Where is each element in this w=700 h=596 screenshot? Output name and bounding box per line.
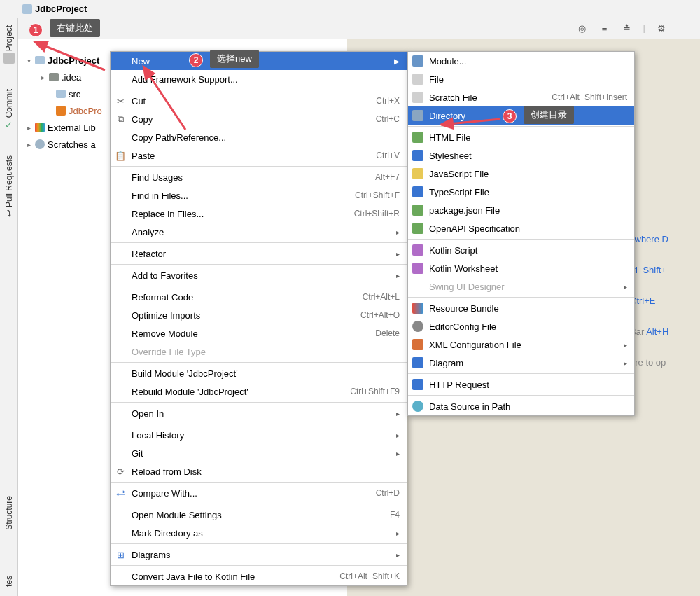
new-datasource-path[interactable]: Data Source in Path xyxy=(408,397,634,415)
new-ts-label: TypeScript File xyxy=(429,187,489,197)
menu-find-in-files[interactable]: Find in Files... Ctrl+Shift+F xyxy=(111,186,407,205)
menu-reformat[interactable]: Reformat Code Ctrl+Alt+L xyxy=(111,288,407,306)
menu-build-label: Build Module 'JdbcProject' xyxy=(132,368,238,379)
separator xyxy=(111,362,407,363)
menu-override-label: Override File Type xyxy=(132,347,206,357)
callout-2-text: 选择new xyxy=(217,53,252,65)
rail-pull-group[interactable]: Pull Requests ⤵ xyxy=(4,151,14,219)
rail-structure-group[interactable]: Structure xyxy=(4,492,14,530)
hint-ere: ere to op xyxy=(630,347,700,378)
new-http-request[interactable]: HTTP Request xyxy=(408,375,634,394)
menu-open-module-settings[interactable]: Open Module Settings F4 xyxy=(111,506,407,524)
project-toolbar: ◎ ≡ ≛ | ⚙ — xyxy=(0,18,700,39)
shortcut: Ctrl+Alt+O xyxy=(360,310,400,320)
chevron-right-icon: ▸ xyxy=(396,272,400,279)
context-menu-main: New ▶ Add Framework Support... ✂ Cut Ctr… xyxy=(110,51,407,586)
menu-compare-with[interactable]: ⮂ Compare With... Ctrl+D xyxy=(111,484,407,502)
database-icon xyxy=(412,401,424,412)
file-icon xyxy=(412,74,424,85)
menu-remove-module[interactable]: Remove Module Delete xyxy=(111,324,407,342)
menu-git[interactable]: Git ▸ xyxy=(111,444,407,462)
callout-1: 右键此处 xyxy=(50,19,100,37)
new-module[interactable]: Module... xyxy=(408,52,634,70)
collapse-icon[interactable]: ≛ xyxy=(621,22,634,35)
menu-add-framework-label: Add Framework Support... xyxy=(132,74,238,85)
menu-analyze-label: Analyze xyxy=(132,227,164,237)
new-package-json[interactable]: package.json File xyxy=(408,201,634,219)
new-openapi[interactable]: OpenAPI Specification xyxy=(408,219,634,237)
new-file-label: File xyxy=(429,74,444,85)
chevron-down-icon[interactable]: ▾ xyxy=(25,57,32,64)
new-swing-designer[interactable]: Swing UI Designer ▸ xyxy=(408,277,634,296)
menu-cut-label: Cut xyxy=(132,96,146,106)
menu-analyze[interactable]: Analyze ▸ xyxy=(111,223,407,241)
callout-3-text: 创建目录 xyxy=(531,109,567,121)
breadcrumb-title[interactable]: JdbcProject xyxy=(35,4,87,14)
menu-git-label: Git xyxy=(132,448,144,459)
new-css-label: Stylesheet xyxy=(429,151,472,161)
step-badge-3: 3 xyxy=(503,109,517,123)
chevron-right-icon: ▸ xyxy=(396,529,400,537)
shortcut: Alt+F7 xyxy=(375,172,400,182)
menu-rebuild-module[interactable]: Rebuild Module 'JdbcProject' Ctrl+Shift+… xyxy=(111,382,407,401)
new-ts-file[interactable]: TypeScript File xyxy=(408,183,634,201)
new-scratch-file[interactable]: Scratch File Ctrl+Alt+Shift+Insert xyxy=(408,88,634,106)
iml-icon xyxy=(56,106,66,116)
menu-local-history[interactable]: Local History ▸ xyxy=(111,426,407,444)
new-editorconfig[interactable]: EditorConfig File xyxy=(408,317,634,335)
new-kotlin-script[interactable]: Kotlin Script xyxy=(408,241,634,259)
folder-icon xyxy=(412,110,424,121)
chevron-right-icon[interactable]: ▸ xyxy=(39,74,46,81)
toolbar-right: ◎ ≡ ≛ | ⚙ — xyxy=(576,22,700,35)
chevron-right-icon: ▸ xyxy=(396,431,400,439)
new-datasource-label: Data Source in Path xyxy=(429,401,510,412)
new-resource-bundle[interactable]: Resource Bundle xyxy=(408,299,634,317)
rail-favorites-fragment[interactable]: ites xyxy=(4,576,14,589)
new-file[interactable]: File xyxy=(408,70,634,88)
menu-find-usages[interactable]: Find Usages Alt+F7 xyxy=(111,168,407,186)
hint-bar: Alt+H xyxy=(646,326,668,337)
menu-mark-directory[interactable]: Mark Directory as ▸ xyxy=(111,524,407,542)
separator xyxy=(408,395,634,396)
expand-icon[interactable]: ≡ xyxy=(598,22,611,35)
menu-replace-in-files[interactable]: Replace in Files... Ctrl+Shift+R xyxy=(111,205,407,223)
new-kotlin-ws-label: Kotlin Worksheet xyxy=(429,263,498,274)
gear-icon[interactable]: ⚙ xyxy=(655,22,668,35)
shortcut: Ctrl+Alt+L xyxy=(363,292,400,302)
menu-copy-path[interactable]: Copy Path/Reference... xyxy=(111,128,407,146)
new-html-file[interactable]: HTML File xyxy=(408,128,634,146)
chevron-right-icon[interactable]: ▸ xyxy=(25,124,32,132)
new-directory[interactable]: Directory xyxy=(408,106,634,125)
new-stylesheet[interactable]: Stylesheet xyxy=(408,146,634,165)
scratch-file-icon xyxy=(412,92,424,103)
menu-build-module[interactable]: Build Module 'JdbcProject' xyxy=(111,364,407,382)
menu-paste[interactable]: 📋 Paste Ctrl+V xyxy=(111,146,407,165)
scratch-icon xyxy=(35,139,45,149)
minimize-icon[interactable]: — xyxy=(678,22,690,35)
rail-project-group[interactable]: Project xyxy=(4,21,15,64)
chevron-right-icon[interactable]: ▸ xyxy=(25,141,32,148)
rail-commit-group[interactable]: Commit ✓ xyxy=(4,85,14,130)
menu-cut[interactable]: ✂ Cut Ctrl+X xyxy=(111,92,407,110)
menu-reload-disk[interactable]: ⟳ Reload from Disk xyxy=(111,462,407,480)
menu-add-framework[interactable]: Add Framework Support... xyxy=(111,70,407,88)
menu-copy[interactable]: ⧉ Copy Ctrl+C xyxy=(111,110,407,128)
menu-convert-kotlin[interactable]: Convert Java File to Kotlin File Ctrl+Al… xyxy=(111,567,407,585)
separator xyxy=(408,297,634,298)
chevron-right-icon: ▶ xyxy=(394,57,400,65)
menu-open-in[interactable]: Open In ▸ xyxy=(111,404,407,422)
menu-new-label: New xyxy=(132,56,150,67)
menu-optimize-imports[interactable]: Optimize Imports Ctrl+Alt+O xyxy=(111,306,407,324)
new-diagram-label: Diagram xyxy=(429,358,463,368)
new-http-label: HTTP Request xyxy=(429,380,489,390)
openapi-icon xyxy=(412,223,424,234)
new-diagram[interactable]: Diagram ▸ xyxy=(408,354,634,372)
menu-add-favorites[interactable]: Add to Favorites ▸ xyxy=(111,266,407,284)
new-xml-config[interactable]: XML Configuration File ▸ xyxy=(408,335,634,354)
new-kotlin-worksheet[interactable]: Kotlin Worksheet xyxy=(408,259,634,277)
menu-diagrams[interactable]: ⊞ Diagrams ▸ xyxy=(111,546,407,564)
new-js-file[interactable]: JavaScript File xyxy=(408,165,634,183)
menu-refactor[interactable]: Refactor ▸ xyxy=(111,244,407,263)
target-icon[interactable]: ◎ xyxy=(576,22,589,35)
divider: | xyxy=(643,22,645,35)
